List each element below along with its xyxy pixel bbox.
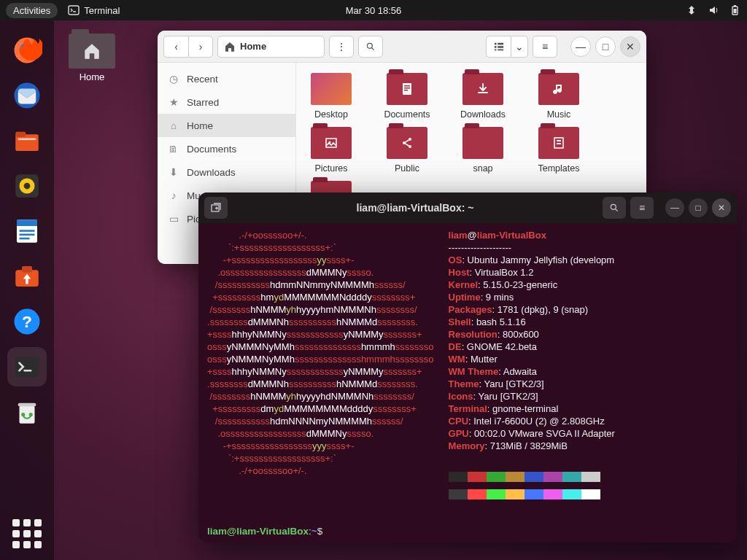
- sidebar-item-documents[interactable]: 🗎Documents: [158, 137, 295, 160]
- search-icon: [365, 42, 376, 52]
- topbar-clock[interactable]: Mar 30 18:56: [346, 5, 402, 16]
- svg-rect-34: [403, 83, 411, 95]
- sidebar-item-label: Home: [187, 120, 213, 131]
- desktop-home-folder[interactable]: Home: [69, 34, 115, 82]
- window-minimize-button[interactable]: —: [570, 36, 591, 57]
- svg-rect-44: [557, 140, 561, 141]
- music-icon: ♪: [168, 190, 179, 201]
- sidebar-item-recent[interactable]: ◷Recent: [158, 67, 295, 90]
- file-item-downloads[interactable]: Downloads: [455, 73, 511, 120]
- terminal-titlebar: liam@liam-VirtualBox: ~ ≡ — □ ✕: [198, 192, 737, 223]
- path-bar[interactable]: Home: [217, 36, 325, 58]
- terminal-title: liam@liam-VirtualBox: ~: [232, 202, 598, 214]
- color-palette-bright: [449, 489, 615, 499]
- file-label: snap: [455, 163, 511, 174]
- search-button[interactable]: [358, 36, 383, 58]
- svg-rect-37: [404, 90, 408, 91]
- svg-rect-15: [20, 230, 35, 232]
- svg-rect-3: [734, 9, 737, 13]
- dock-software[interactable]: [7, 257, 47, 296]
- power-icon[interactable]: [729, 4, 741, 16]
- nav-back-button[interactable]: ‹: [163, 36, 188, 58]
- path-menu-button[interactable]: ⋮: [329, 36, 354, 58]
- window-maximize-button[interactable]: □: [689, 198, 708, 217]
- svg-text:?: ?: [22, 312, 32, 331]
- file-item-public[interactable]: Public: [379, 127, 435, 174]
- svg-rect-36: [404, 88, 410, 89]
- activities-button[interactable]: Activities: [6, 3, 58, 18]
- dock-help[interactable]: ?: [7, 302, 47, 341]
- svg-rect-29: [498, 42, 503, 44]
- nav-forward-button[interactable]: ›: [188, 36, 213, 58]
- list-icon: [494, 42, 504, 52]
- dock-firefox[interactable]: [7, 31, 47, 70]
- terminal-body[interactable]: .-/+oossssoo+/-. `:+ssssssssssssssssss+:…: [198, 223, 737, 524]
- sidebar-item-label: Starred: [187, 97, 219, 108]
- window-close-button[interactable]: ✕: [712, 198, 731, 217]
- search-icon: [609, 203, 619, 213]
- file-label: Downloads: [455, 109, 511, 120]
- down-icon: ⬇: [168, 166, 179, 178]
- window-minimize-button[interactable]: —: [665, 198, 684, 217]
- dock-libreoffice-writer[interactable]: [7, 211, 47, 251]
- window-close-button[interactable]: ✕: [620, 36, 640, 57]
- dock-terminal[interactable]: [7, 347, 47, 386]
- svg-rect-9: [18, 139, 36, 141]
- terminal-icon: [68, 4, 80, 16]
- terminal-search-button[interactable]: [603, 197, 626, 219]
- dock-files[interactable]: [7, 121, 47, 160]
- view-list-button[interactable]: [486, 36, 511, 58]
- svg-rect-32: [494, 49, 496, 50]
- new-tab-icon: [210, 202, 222, 214]
- file-label: Documents: [379, 109, 435, 120]
- svg-rect-16: [20, 234, 35, 236]
- neofetch-logo: .-/+oossssoo+/-. `:+ssssssssssssssssss+:…: [207, 229, 434, 519]
- svg-rect-22: [15, 357, 39, 377]
- svg-rect-38: [326, 139, 336, 147]
- sidebar-item-label: Recent: [187, 74, 218, 85]
- pic-icon: ▭: [168, 213, 179, 225]
- neofetch-info: liam@liam-VirtualBox -------------------…: [449, 229, 615, 519]
- sidebar-item-starred[interactable]: ★Starred: [158, 90, 295, 114]
- svg-point-12: [24, 183, 31, 190]
- dock: ?: [0, 20, 54, 560]
- show-applications-button[interactable]: [12, 519, 42, 548]
- doc-icon: 🗎: [168, 143, 179, 155]
- terminal-menu-button[interactable]: ≡: [630, 197, 654, 219]
- dock-trash[interactable]: [7, 392, 47, 432]
- topbar-app-indicator[interactable]: Terminal: [68, 4, 120, 16]
- sidebar-item-label: Documents: [187, 144, 236, 155]
- dock-rhythmbox[interactable]: [7, 166, 47, 206]
- desktop-home-label: Home: [69, 71, 115, 82]
- home-icon: [224, 41, 236, 52]
- file-label: Public: [379, 163, 435, 174]
- new-tab-button[interactable]: [204, 197, 228, 219]
- svg-rect-14: [17, 219, 37, 226]
- file-item-pictures[interactable]: Pictures: [303, 127, 359, 174]
- file-item-desktop[interactable]: Desktop: [303, 73, 359, 120]
- folder-icon: [311, 127, 352, 159]
- folder-icon: [387, 127, 427, 159]
- terminal-prompt[interactable]: liam@liam-VirtualBox:~$: [198, 524, 737, 542]
- network-icon[interactable]: [686, 4, 697, 16]
- gnome-topbar: Activities Terminal Mar 30 18:56: [0, 0, 747, 20]
- sidebar-item-downloads[interactable]: ⬇Downloads: [158, 160, 295, 184]
- file-item-documents[interactable]: Documents: [379, 73, 435, 120]
- svg-point-27: [367, 43, 372, 48]
- sidebar-item-home[interactable]: ⌂Home: [158, 114, 295, 137]
- color-palette: [449, 472, 615, 482]
- folder-icon: [462, 127, 503, 159]
- file-item-templates[interactable]: Templates: [531, 127, 587, 174]
- star-icon: ★: [168, 96, 179, 108]
- svg-rect-0: [69, 6, 79, 15]
- file-item-music[interactable]: Music: [531, 73, 587, 120]
- svg-rect-35: [404, 85, 410, 87]
- view-dropdown-button[interactable]: ⌄: [511, 36, 528, 58]
- svg-rect-2: [734, 5, 736, 7]
- dock-thunderbird[interactable]: [7, 76, 47, 115]
- window-maximize-button[interactable]: □: [595, 36, 616, 57]
- file-label: Templates: [531, 163, 587, 174]
- hamburger-menu-button[interactable]: ≡: [533, 36, 557, 58]
- volume-icon[interactable]: [708, 4, 719, 16]
- file-item-snap[interactable]: snap: [455, 127, 511, 174]
